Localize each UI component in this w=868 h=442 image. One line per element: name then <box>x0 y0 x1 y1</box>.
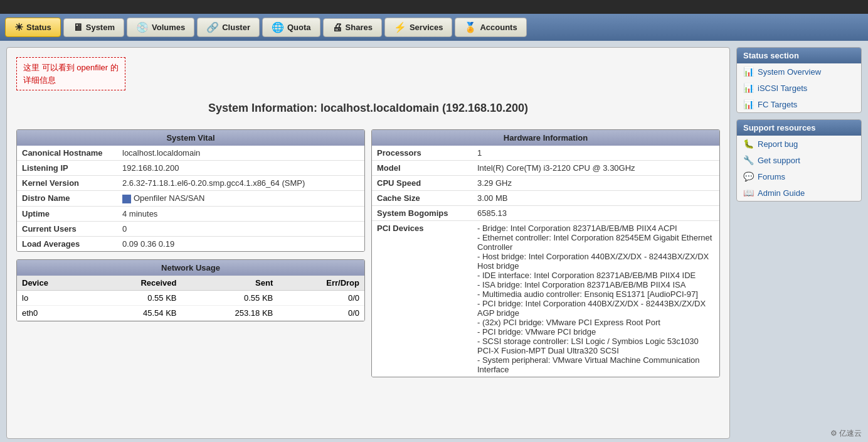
net-col-header: Device <box>17 276 90 291</box>
net-col-header: Err/Drop <box>278 276 364 291</box>
volumes-icon: 💿 <box>136 21 149 33</box>
quota-label: Quota <box>287 23 311 32</box>
table-row: Uptime4 minutes <box>17 206 364 221</box>
table-row: Distro NameOpenfiler NAS/SAN <box>17 191 364 207</box>
info-columns: System Vital Canonical Hostnamelocalhost… <box>16 129 720 385</box>
nav-tab-accounts[interactable]: 🏅Accounts <box>455 18 526 37</box>
sidebar-item-report-bug[interactable]: 🐛Report bug <box>737 136 861 152</box>
accounts-icon: 🏅 <box>464 21 477 33</box>
net-col-header: Received <box>90 276 181 291</box>
system-vital-table: System Vital Canonical Hostnamelocalhost… <box>16 129 365 252</box>
nav-bar: ☀Status🖥System💿Volumes🔗Cluster🌐Quota🖨Sha… <box>0 14 868 41</box>
net-col-header: Sent <box>182 276 278 291</box>
net-sent: 0.55 KB <box>182 290 278 305</box>
nav-tab-services[interactable]: ⚡Services <box>384 18 453 37</box>
row-label: PCI Devices <box>372 221 472 377</box>
row-value: 0 <box>117 221 364 236</box>
row-label: Load Averages <box>17 236 117 251</box>
row-value: 2.6.32-71.18.1.el6-0.20.smp.gcc4.1.x86_6… <box>117 176 364 191</box>
net-header-row: DeviceReceivedSentErr/Drop <box>17 276 364 291</box>
net-errdrop: 0/0 <box>278 305 364 320</box>
annotation-line1: 这里 可以看到 openfiler 的 <box>23 62 119 74</box>
top-bar <box>0 0 868 14</box>
row-value: Intel(R) Core(TM) i3-2120 CPU @ 3.30GHz <box>472 161 719 176</box>
nav-tab-quota[interactable]: 🌐Quota <box>262 18 320 37</box>
fc-targets-icon: 📊 <box>743 99 754 109</box>
sidebar-item-system-overview[interactable]: 📊System Overview <box>737 63 861 80</box>
network-usage-table: Network Usage DeviceReceivedSentErr/Drop… <box>16 259 365 321</box>
sidebar-item-fc-targets[interactable]: 📊FC Targets <box>737 96 861 112</box>
services-label: Services <box>410 23 443 32</box>
nav-tab-volumes[interactable]: 💿Volumes <box>127 18 194 37</box>
report-bug-label: Report bug <box>758 139 798 149</box>
net-errdrop: 0/0 <box>278 290 364 305</box>
row-label: Processors <box>372 146 472 161</box>
content-area: 这里 可以看到 openfiler 的 详细信息 System Informat… <box>6 47 730 439</box>
sidebar-item-get-support[interactable]: 🔧Get support <box>737 152 861 168</box>
row-value: 192.168.10.200 <box>117 161 364 176</box>
system-overview-icon: 📊 <box>743 67 754 77</box>
table-row: Listening IP192.168.10.200 <box>17 161 364 176</box>
nav-tab-shares[interactable]: 🖨Shares <box>323 18 382 37</box>
row-label: Canonical Hostname <box>17 146 117 161</box>
row-value: 0.09 0.36 0.19 <box>117 236 364 251</box>
status-section-header: Status section <box>737 48 861 63</box>
main-container: 这里 可以看到 openfiler 的 详细信息 System Informat… <box>0 41 868 442</box>
table-row: System Bogomips6585.13 <box>372 206 719 221</box>
nav-tab-cluster[interactable]: 🔗Cluster <box>197 18 260 37</box>
watermark: ⚙ 亿速云 <box>830 428 862 439</box>
row-value: 6585.13 <box>472 206 719 221</box>
iscsi-targets-label: iSCSI Targets <box>758 84 807 93</box>
row-value: 1 <box>472 146 719 161</box>
volumes-label: Volumes <box>152 23 185 32</box>
support-section-header: Support resources <box>737 120 861 136</box>
row-label: CPU Speed <box>372 176 472 191</box>
table-row: Processors1 <box>372 146 719 161</box>
support-section: Support resources 🐛Report bug🔧Get suppor… <box>736 119 862 202</box>
status-icon: ☀ <box>14 21 23 33</box>
quota-icon: 🌐 <box>272 21 284 33</box>
report-bug-icon: 🐛 <box>743 139 754 149</box>
watermark-icon: ⚙ <box>830 429 837 438</box>
net-received: 45.54 KB <box>90 305 181 320</box>
row-label: Uptime <box>17 206 117 221</box>
right-col: Hardware Information Processors1ModelInt… <box>371 129 720 385</box>
watermark-text: 亿速云 <box>839 429 862 438</box>
sidebar-item-forums[interactable]: 💬Forums <box>737 168 861 185</box>
table-row: PCI Devices- Bridge: Intel Corporation 8… <box>372 221 719 377</box>
row-value: 3.29 GHz <box>472 176 719 191</box>
left-col: System Vital Canonical Hostnamelocalhost… <box>16 129 365 385</box>
row-label: Cache Size <box>372 191 472 206</box>
net-sent: 253.18 KB <box>182 305 278 320</box>
distro-color-box <box>122 195 131 203</box>
hardware-data: Processors1ModelIntel(R) Core(TM) i3-212… <box>372 146 719 377</box>
row-value: - Bridge: Intel Corporation 82371AB/EB/M… <box>472 221 719 377</box>
hardware-info-header: Hardware Information <box>372 130 719 146</box>
net-device: eth0 <box>17 305 90 320</box>
system-icon: 🖥 <box>73 22 83 33</box>
row-label: Current Users <box>17 221 117 236</box>
system-vital-data: Canonical Hostnamelocalhost.localdomainL… <box>17 146 364 251</box>
sidebar-item-iscsi-targets[interactable]: 📊iSCSI Targets <box>737 80 861 96</box>
table-row: CPU Speed3.29 GHz <box>372 176 719 191</box>
forums-icon: 💬 <box>743 171 754 181</box>
shares-icon: 🖨 <box>332 22 342 33</box>
table-row: Cache Size3.00 MB <box>372 191 719 206</box>
row-value: 4 minutes <box>117 206 364 221</box>
sidebar-item-admin-guide[interactable]: 📖Admin Guide <box>737 185 861 201</box>
annotation-box: 这里 可以看到 openfiler 的 详细信息 <box>16 57 125 90</box>
fc-targets-label: FC Targets <box>758 100 797 109</box>
table-row: Load Averages0.09 0.36 0.19 <box>17 236 364 251</box>
get-support-label: Get support <box>758 156 800 165</box>
row-value: Openfiler NAS/SAN <box>117 191 364 207</box>
status-section: Status section 📊System Overview📊iSCSI Ta… <box>736 47 862 113</box>
row-label: Model <box>372 161 472 176</box>
cluster-label: Cluster <box>222 23 250 32</box>
table-row: eth045.54 KB253.18 KB0/0 <box>17 305 364 320</box>
table-row: Current Users0 <box>17 221 364 236</box>
table-row: lo0.55 KB0.55 KB0/0 <box>17 290 364 305</box>
shares-label: Shares <box>346 23 373 32</box>
net-received: 0.55 KB <box>90 290 181 305</box>
nav-tab-status[interactable]: ☀Status <box>5 18 61 37</box>
nav-tab-system[interactable]: 🖥System <box>63 18 124 37</box>
